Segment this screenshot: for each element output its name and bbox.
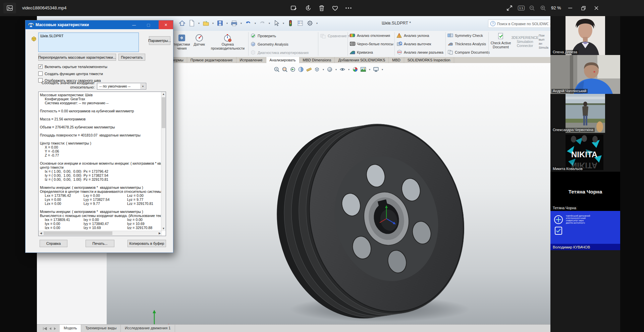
tab-evaluate[interactable]: Анализировать — [266, 57, 300, 63]
scroll-down-arrow[interactable]: ▼ — [161, 226, 166, 231]
undo-icon[interactable] — [244, 18, 253, 28]
file-properties-icon[interactable] — [296, 18, 305, 28]
options-caret[interactable] — [315, 18, 319, 28]
participant-tile[interactable]: NIKITA NIKITA Микита Ковальов — [550, 133, 620, 172]
draft-analysis-button[interactable]: Анализ уклона — [396, 33, 429, 38]
tab-mbd[interactable]: MBD — [389, 57, 404, 63]
symmetry-check-button[interactable]: Symmetry Check — [447, 33, 483, 38]
thickness-analysis-button[interactable]: Thickness Analysis — [447, 41, 486, 46]
view-settings-caret[interactable] — [381, 65, 384, 74]
motion-study-tab[interactable]: Исследование движения 1 — [121, 325, 175, 332]
scroll-up-arrow[interactable]: ▲ — [161, 92, 166, 97]
part-name-field[interactable]: Шків.SLDPRT — [38, 33, 139, 52]
dialog-minimize-button[interactable]: — — [127, 20, 141, 29]
zoom-out-icon[interactable] — [528, 4, 536, 12]
scroll-left-arrow[interactable]: ◀ — [39, 231, 43, 235]
rotate-icon[interactable] — [305, 4, 312, 12]
scroll-right-arrow[interactable]: ▶ — [157, 231, 162, 235]
dialog-maximize-button[interactable]: ▢ — [141, 20, 156, 29]
window-minimize-button[interactable] — [563, 0, 578, 16]
checkbox-icon[interactable] — [38, 64, 43, 69]
threedexperience-connector-button[interactable]: 3DEXPERIENCE Simulation Connector — [512, 36, 538, 48]
participant-tile[interactable]: Тетяна Чорна Тетяна Чорна — [550, 172, 620, 211]
recalculate-button[interactable]: Пересчитать — [118, 54, 145, 61]
participant-tile[interactable]: Олександра Червоткіна — [550, 94, 620, 133]
tab-solidworks-inspection[interactable]: SOLIDWORKS Inspection — [404, 57, 454, 63]
zebra-stripes-button[interactable]: Черно-белые полосы — [350, 41, 393, 46]
select-caret[interactable] — [282, 18, 285, 28]
zoom-in-icon[interactable] — [539, 4, 547, 12]
open-document-icon[interactable] — [202, 18, 210, 28]
3d-views-tab[interactable]: Трехмерные виды — [81, 325, 121, 332]
options-button[interactable]: Параметры... — [149, 36, 170, 45]
home-icon[interactable] — [178, 18, 186, 28]
section-view-icon[interactable] — [298, 66, 304, 73]
participant-tile[interactable]: ТАВРІЙСЬКИЙ ДЕРЖАВНИЙ АГРОТЕХНОЛОГІЧНИЙ … — [550, 211, 620, 250]
ribbon-clipped-left-button[interactable]: теристики чения — [173, 34, 191, 50]
delete-icon[interactable] — [318, 4, 325, 12]
checkbox-icon[interactable] — [38, 71, 43, 76]
undo-caret[interactable] — [254, 18, 257, 28]
coordinate-system-dropdown[interactable]: -- по умолчанию -- — [97, 83, 146, 90]
pulley-model[interactable] — [276, 98, 477, 326]
new-document-icon[interactable] — [187, 18, 196, 28]
new-document-caret[interactable] — [197, 18, 201, 28]
redo-caret[interactable] — [268, 18, 271, 28]
more-options-icon[interactable] — [345, 4, 352, 12]
undercut-analysis-button[interactable]: Анализ выточек — [396, 41, 431, 46]
edit-image-icon[interactable] — [290, 4, 298, 12]
save-caret[interactable] — [225, 18, 229, 28]
performance-evaluation-button[interactable]: Оценка производительности — [208, 34, 248, 50]
media-thumbnail-button[interactable] — [3, 3, 16, 13]
compare-bodies-button[interactable]: Сравнение тел — [320, 33, 354, 39]
measure-icon[interactable] — [306, 66, 312, 73]
zoom-area-icon[interactable] — [281, 66, 288, 73]
sensor-button[interactable]: Датчик — [191, 34, 208, 46]
save-icon[interactable] — [216, 18, 224, 28]
view-settings-icon[interactable] — [373, 66, 379, 73]
geometry-analysis-button[interactable]: Geometry Analysis — [250, 41, 288, 47]
window-close-button[interactable] — [589, 0, 604, 16]
window-restore-button[interactable] — [576, 0, 591, 16]
display-style-caret[interactable] — [334, 65, 338, 74]
check-active-document-button[interactable]: Check Active Document — [490, 33, 511, 49]
fullscreen-icon[interactable] — [506, 4, 513, 12]
actual-size-icon[interactable]: 1:1 — [517, 4, 526, 12]
tab-navigation-arrows[interactable] — [37, 325, 60, 332]
redo-icon[interactable] — [258, 18, 267, 28]
solidworks-search-box[interactable]: Поиск в Справке по SOLIDWORKS — [488, 19, 554, 28]
select-arrow-icon[interactable] — [272, 18, 281, 28]
import-diagnostics-button[interactable]: Диагностика импортирования — [250, 50, 309, 55]
hide-show-items-icon[interactable] — [339, 66, 346, 73]
view-orientation-icon[interactable] — [314, 66, 320, 73]
parting-line-analysis-button[interactable]: Анализ линии разъема — [396, 50, 443, 55]
open-document-caret[interactable] — [211, 18, 215, 28]
dropdown-caret-icon[interactable] — [140, 84, 146, 89]
scene-caret[interactable] — [368, 65, 371, 74]
print-button[interactable]: Печать... — [86, 240, 114, 247]
override-mass-properties-button[interactable]: Переопределить массовые характеристики..… — [38, 54, 116, 61]
dialog-title-bar[interactable]: Массовые характеристики — ▢ ✕ — [25, 20, 173, 29]
options-gear-icon[interactable] — [306, 18, 314, 28]
deviation-analysis-button[interactable]: Анализ отклонения — [350, 33, 390, 38]
mass-properties-report[interactable]: Массовые характеристики: Шків Конфигурац… — [38, 92, 166, 236]
scene-icon[interactable] — [360, 66, 367, 73]
participant-tile[interactable]: Андрій Чаплінський — [550, 55, 620, 94]
tab-repair[interactable]: Исправление — [236, 57, 266, 63]
print-icon[interactable] — [230, 18, 238, 28]
rebuild-traffic-light-icon[interactable] — [286, 18, 295, 28]
participant-tile[interactable]: Олена Дереза — [550, 16, 620, 55]
tab-solidworks-addins[interactable]: Добавления SOLIDWORKS — [335, 57, 389, 63]
check-entity-button[interactable]: Проверить — [250, 33, 276, 39]
display-style-icon[interactable] — [326, 66, 333, 73]
hide-show-caret[interactable] — [347, 65, 351, 74]
report-vertical-scrollbar[interactable]: ▲ ▼ — [161, 92, 166, 231]
scroll-thumb[interactable] — [44, 231, 112, 235]
scroll-thumb[interactable] — [162, 97, 165, 128]
view-orientation-caret[interactable] — [322, 65, 325, 74]
edit-appearance-icon[interactable] — [352, 66, 359, 73]
dialog-close-button[interactable]: ✕ — [159, 20, 173, 29]
include-hidden-bodies-checkbox[interactable]: Включить скрытые тела/компоненты — [38, 64, 107, 69]
zoom-fit-icon[interactable] — [273, 66, 280, 73]
model-tab[interactable]: Модель — [60, 325, 81, 332]
